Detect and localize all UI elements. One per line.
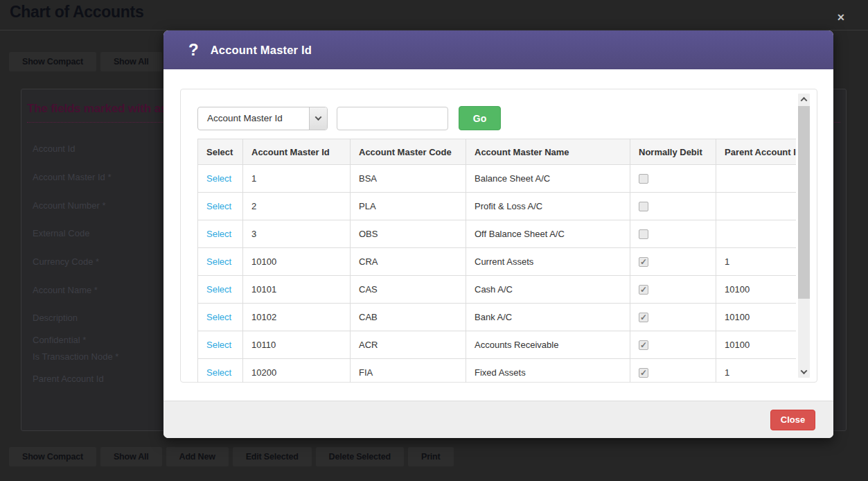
cell-id: 10102 [243, 304, 351, 331]
table-row: Select 10200 FIA Fixed Assets 1 [198, 359, 797, 383]
normally-debit-checkbox [639, 229, 648, 239]
cell-parent: 10100 [716, 304, 797, 331]
go-button[interactable]: Go [459, 106, 501, 130]
label-account-number: Account Number * [33, 200, 106, 211]
show-all-button[interactable]: Show All [100, 447, 162, 466]
scrollbar-thumb[interactable] [798, 106, 810, 299]
select-link[interactable]: Select [206, 340, 231, 350]
select-link[interactable]: Select [206, 201, 231, 211]
cell-id: 10110 [243, 331, 351, 359]
col-account-master-code: Account Master Code [351, 139, 466, 165]
cell-code: CAS [351, 276, 466, 304]
cell-name: Balance Sheet A/C [466, 165, 630, 193]
show-all-button[interactable]: Show All [100, 52, 162, 71]
cell-parent [716, 220, 797, 248]
account-master-id-dialog: ? Account Master Id Account Master Id Go [163, 30, 833, 438]
cell-id: 3 [243, 220, 351, 248]
show-compact-button[interactable]: Show Compact [9, 52, 96, 71]
cell-code: BSA [351, 165, 466, 193]
cell-parent [716, 165, 797, 193]
edit-selected-button[interactable]: Edit Selected [233, 447, 312, 466]
label-parent-account-id: Parent Account Id [33, 374, 104, 384]
label-confidential: Confidential * [33, 335, 86, 345]
cell-name: Bank A/C [466, 304, 630, 331]
table-row: Select 10102 CAB Bank A/C 10100 [198, 304, 797, 331]
dialog-header: ? Account Master Id [163, 30, 833, 69]
normally-debit-checkbox [639, 202, 648, 211]
print-button[interactable]: Print [408, 447, 453, 466]
show-compact-button[interactable]: Show Compact [9, 447, 96, 466]
table-row: Select 1 BSA Balance Sheet A/C [198, 165, 797, 193]
table-row: Select 3 OBS Off Balance Sheet A/C [198, 220, 797, 248]
add-new-button[interactable]: Add New [166, 447, 229, 466]
cell-name: Profit & Loss A/C [466, 193, 630, 220]
label-is-transaction-node: Is Transaction Node * [33, 351, 118, 362]
cell-parent: 10100 [716, 331, 797, 359]
cell-code: CAB [351, 304, 466, 331]
toolbar-bottom: Show Compact Show All Add New Edit Selec… [9, 447, 454, 466]
dialog-title: Account Master Id [211, 44, 312, 57]
close-button[interactable]: Close [770, 410, 815, 430]
cell-code: PLA [351, 193, 466, 220]
table-header-row: Select Account Master Id Account Master … [198, 139, 797, 165]
table-row: Select 10101 CAS Cash A/C 10100 [198, 276, 797, 304]
cell-parent: 1 [716, 359, 797, 383]
chevron-down-icon [309, 107, 327, 130]
cell-id: 2 [243, 193, 351, 220]
dialog-footer: Close [163, 401, 833, 438]
cell-name: Off Balance Sheet A/C [466, 220, 630, 248]
cell-code: FIA [351, 359, 466, 383]
select-link[interactable]: Select [206, 312, 231, 322]
scroll-down-icon[interactable] [798, 366, 810, 378]
col-parent-account-id: Parent Account Id [716, 139, 797, 165]
normally-debit-checkbox [639, 285, 648, 295]
cell-parent: 10100 [716, 276, 797, 304]
cell-code: CRA [351, 248, 466, 276]
select-link[interactable]: Select [206, 229, 231, 239]
cell-id: 10200 [243, 359, 351, 383]
page-title: Chart of Accounts [10, 3, 143, 21]
table-row: Select 10110 ACR Accounts Receivable 101… [198, 331, 797, 359]
delete-selected-button[interactable]: Delete Selected [316, 447, 404, 466]
table-row: Select 2 PLA Profit & Loss A/C [198, 193, 797, 220]
label-account-name: Account Name * [33, 285, 98, 295]
lookup-panel: Account Master Id Go Select Account [180, 89, 817, 383]
account-master-table: Select Account Master Id Account Master … [197, 139, 796, 383]
select-link[interactable]: Select [206, 367, 231, 378]
help-icon: ? [188, 40, 199, 60]
col-account-master-id: Account Master Id [243, 139, 351, 165]
close-icon[interactable]: ✕ [837, 12, 845, 23]
col-account-master-name: Account Master Name [466, 139, 630, 165]
select-link[interactable]: Select [206, 284, 231, 295]
normally-debit-checkbox [639, 174, 648, 184]
cell-name: Cash A/C [466, 276, 630, 304]
cell-id: 1 [243, 165, 351, 193]
cell-name: Fixed Assets [466, 359, 630, 383]
col-select: Select [198, 139, 243, 165]
search-row: Account Master Id Go [197, 106, 796, 130]
cell-parent: 1 [716, 248, 797, 276]
label-description: Description [33, 313, 78, 323]
normally-debit-checkbox [639, 340, 648, 350]
lookup-scroll-area: Account Master Id Go Select Account [181, 90, 796, 383]
cell-code: ACR [351, 331, 466, 359]
cell-name: Accounts Receivable [466, 331, 630, 359]
selected-option: Account Master Id [198, 113, 309, 123]
label-currency-code: Currency Code * [33, 256, 99, 267]
search-field-select[interactable]: Account Master Id [197, 107, 328, 130]
cell-id: 10101 [243, 276, 351, 304]
scroll-up-icon[interactable] [798, 94, 810, 105]
label-account-master-id: Account Master Id * [33, 172, 111, 182]
normally-debit-checkbox [639, 368, 648, 378]
cell-code: OBS [351, 220, 466, 248]
col-normally-debit: Normally Debit [630, 139, 716, 165]
select-link[interactable]: Select [206, 256, 231, 267]
table-row: Select 10100 CRA Current Assets 1 [198, 248, 797, 276]
normally-debit-checkbox [639, 313, 648, 322]
cell-parent [716, 193, 797, 220]
label-account-id: Account Id [33, 143, 75, 154]
cell-name: Current Assets [466, 248, 630, 276]
vertical-scrollbar[interactable] [798, 94, 810, 378]
search-input[interactable] [337, 107, 448, 130]
select-link[interactable]: Select [206, 173, 231, 184]
